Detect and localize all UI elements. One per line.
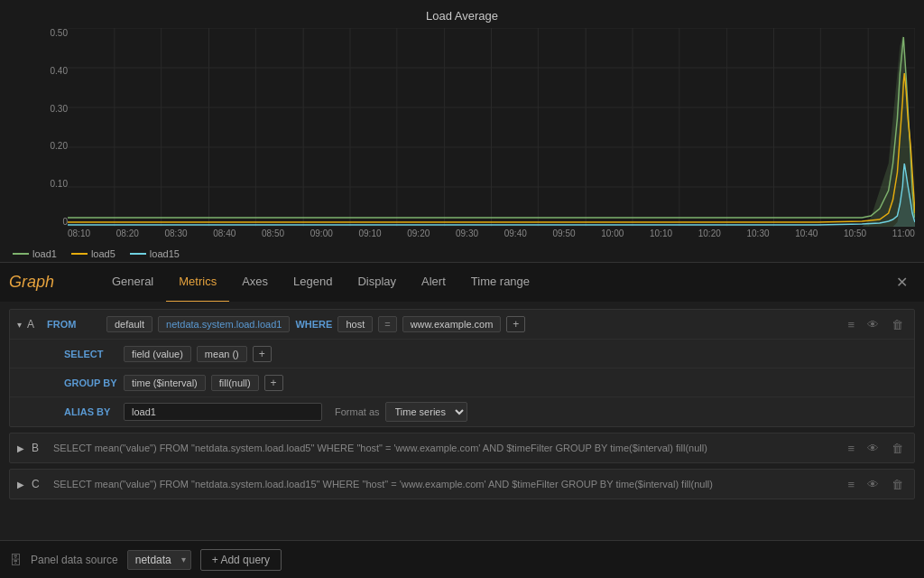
where-add-button[interactable]: + (506, 316, 525, 332)
collapse-arrow-c[interactable]: ▶ (17, 480, 24, 489)
query-row-from: ▾ A FROM default netdata.system.load.loa… (10, 310, 914, 339)
y-axis-labels: 0.50 0.40 0.30 0.20 0.10 0 (41, 28, 68, 227)
select-add-button[interactable]: + (253, 346, 272, 362)
tab-general[interactable]: General (99, 263, 166, 303)
chart-legend: load1 load5 load15 (9, 248, 915, 259)
query-a-menu-icon[interactable]: ≡ (844, 316, 858, 333)
groupby-time-pill[interactable]: time ($interval) (124, 375, 206, 391)
chart-canvas-wrapper: 0.50 0.40 0.30 0.20 0.10 0 (41, 28, 915, 245)
collapse-arrow-a[interactable]: ▾ (17, 320, 22, 330)
panel-type-label: Graph (9, 273, 81, 292)
query-c-trash-icon[interactable]: 🗑 (888, 476, 907, 493)
select-fn-pill[interactable]: mean () (197, 346, 247, 362)
close-button[interactable]: ✕ (889, 270, 915, 294)
tab-time-range[interactable]: Time range (458, 263, 542, 303)
legend-item-load15: load15 (130, 248, 180, 259)
query-c-actions: ≡ 👁 🗑 (844, 476, 907, 493)
add-query-button[interactable]: + Add query (200, 549, 282, 571)
bottom-bar: 🗄 Panel data source netdata + Add query (0, 540, 924, 578)
tab-display[interactable]: Display (345, 263, 409, 303)
chart-area: Load Average 0.50 0.40 0.30 0.20 0.10 0 (0, 0, 924, 262)
query-b-trash-icon[interactable]: 🗑 (888, 440, 907, 457)
chart-svg (68, 28, 915, 227)
where-value-pill[interactable]: www.example.com (402, 316, 502, 332)
format-as-select[interactable]: Time series Table (385, 402, 467, 422)
query-a-trash-icon[interactable]: 🗑 (888, 316, 907, 333)
datasource-select[interactable]: netdata (127, 550, 191, 570)
query-b-menu-icon[interactable]: ≡ (844, 440, 858, 457)
query-b-eye-icon[interactable]: 👁 (864, 440, 882, 457)
from-keyword: FROM (47, 319, 101, 330)
query-letter-a: A (27, 318, 42, 331)
from-table-pill[interactable]: netdata.system.load.load1 (158, 316, 290, 332)
query-c-eye-icon[interactable]: 👁 (864, 476, 882, 493)
where-keyword: WHERE (295, 319, 332, 330)
query-editor: ▾ A FROM default netdata.system.load.loa… (0, 302, 924, 540)
format-as-label: Format as (335, 406, 380, 417)
alias-input[interactable] (124, 403, 322, 421)
tabs-bar: Graph General Metrics Axes Legend Displa… (0, 262, 924, 302)
legend-color-load15 (130, 253, 146, 255)
query-row-groupby: GROUP BY time ($interval) fill(null) + (10, 368, 914, 396)
main-content: Load Average 0.50 0.40 0.30 0.20 0.10 0 (0, 0, 924, 578)
chart-title: Load Average (9, 9, 915, 23)
x-axis-labels: 08:10 08:20 08:30 08:40 08:50 09:00 09:1… (68, 228, 915, 238)
tab-legend[interactable]: Legend (281, 263, 345, 303)
query-c-text: SELECT mean("value") FROM "netdata.syste… (53, 479, 836, 489)
legend-color-load1 (13, 253, 29, 255)
query-letter-b: B (32, 442, 46, 454)
select-field-pill[interactable]: field (value) (124, 346, 191, 362)
add-query-label: + Add query (212, 554, 270, 566)
query-block-b: ▶ B SELECT mean("value") FROM "netdata.s… (9, 433, 915, 463)
alias-keyword: ALIAS BY (64, 406, 118, 417)
query-a-eye-icon[interactable]: 👁 (864, 316, 882, 333)
tab-metrics[interactable]: Metrics (166, 263, 229, 303)
query-c-menu-icon[interactable]: ≡ (844, 476, 858, 493)
query-letter-c: C (32, 478, 46, 490)
query-block-a: ▾ A FROM default netdata.system.load.loa… (9, 309, 915, 427)
tab-axes[interactable]: Axes (229, 263, 281, 303)
legend-item-load1: load1 (13, 248, 57, 259)
legend-color-load5 (71, 253, 88, 255)
groupby-keyword: GROUP BY (64, 378, 118, 388)
datasource-wrapper: netdata (127, 550, 191, 570)
from-default-pill[interactable]: default (106, 316, 152, 332)
legend-item-load5: load5 (71, 248, 116, 259)
query-b-text: SELECT mean("value") FROM "netdata.syste… (53, 443, 836, 453)
collapse-arrow-b[interactable]: ▶ (17, 443, 24, 453)
query-row-alias: ALIAS BY Format as Time series Table (10, 396, 914, 426)
groupby-add-button[interactable]: + (264, 375, 283, 391)
database-icon: 🗄 (9, 553, 22, 567)
query-b-actions: ≡ 👁 🗑 (844, 440, 907, 457)
where-field-pill[interactable]: host (337, 316, 373, 332)
select-keyword: SELECT (64, 349, 118, 359)
query-block-c: ▶ C SELECT mean("value") FROM "netdata.s… (9, 469, 915, 499)
query-row-select: SELECT field (value) mean () + (10, 339, 914, 368)
tab-alert[interactable]: Alert (409, 263, 458, 303)
datasource-label: Panel data source (31, 554, 118, 566)
groupby-fill-pill[interactable]: fill(null) (211, 375, 259, 391)
where-op-pill[interactable]: = (378, 316, 396, 332)
query-a-actions: ≡ 👁 🗑 (844, 316, 907, 333)
